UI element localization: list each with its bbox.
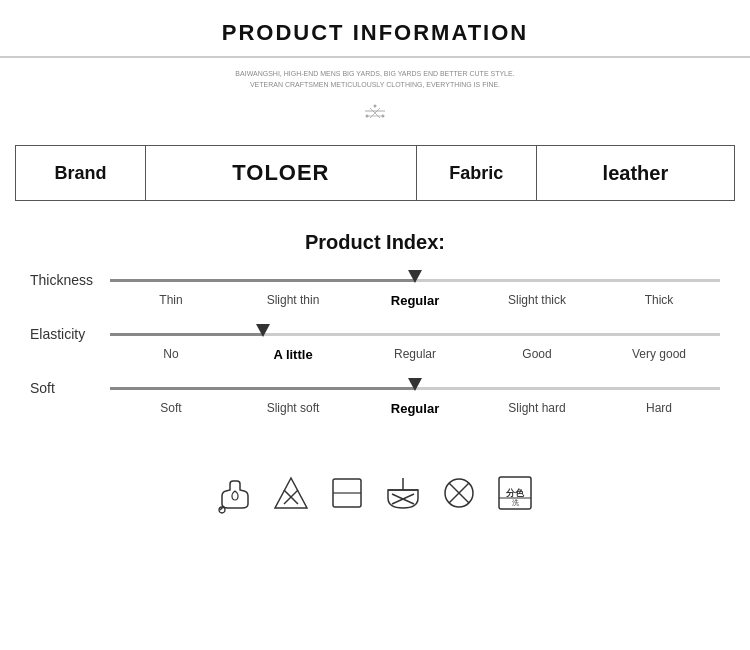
slider-option-1-1: A little	[232, 347, 354, 362]
slider-marker-1	[256, 324, 270, 337]
slider-option-2-2: Regular	[354, 401, 476, 416]
fabric-label: Fabric	[416, 146, 536, 201]
slider-option-0-1: Slight thin	[232, 293, 354, 308]
slider-option-0-2: Regular	[354, 293, 476, 308]
decorative-text: BAIWANGSHI, HIGH-END MENS BIG YARDS, BIG…	[0, 58, 750, 90]
slider-label-1: Elasticity	[30, 326, 110, 342]
color-care-icon: 分色 洗	[496, 474, 534, 512]
slider-track-2	[110, 387, 720, 390]
slider-option-0-3: Slight thick	[476, 293, 598, 308]
slider-option-1-2: Regular	[354, 347, 476, 362]
slider-option-2-0: Soft	[110, 401, 232, 416]
info-table: Brand TOLOER Fabric leather	[15, 145, 735, 201]
svg-text:分色: 分色	[505, 488, 525, 498]
product-index: Product Index: ThicknessThinSlight thinR…	[0, 221, 750, 454]
page-header: PRODUCT INFORMATION	[0, 0, 750, 58]
brand-value: TOLOER	[146, 146, 417, 201]
svg-point-1	[374, 105, 377, 108]
slider-label-2: Soft	[30, 380, 110, 396]
svg-text:洗: 洗	[512, 499, 519, 506]
slider-track-1	[110, 333, 720, 336]
sliders-container: ThicknessThinSlight thinRegularSlight th…	[30, 272, 720, 416]
page-title: PRODUCT INFORMATION	[0, 20, 750, 46]
tumble-dry-icon	[328, 474, 366, 512]
slider-row-1: ElasticityNoA littleRegularGoodVery good	[30, 326, 720, 362]
care-icons: 分色 洗	[0, 454, 750, 532]
slider-marker-2	[408, 378, 422, 391]
fabric-value: leather	[536, 146, 734, 201]
slider-option-1-0: No	[110, 347, 232, 362]
svg-marker-8	[275, 478, 307, 508]
slider-option-0-4: Thick	[598, 293, 720, 308]
slider-marker-0	[408, 270, 422, 283]
slider-option-1-4: Very good	[598, 347, 720, 362]
decorative-icon	[0, 90, 750, 145]
wash-icon	[216, 474, 254, 512]
slider-option-1-3: Good	[476, 347, 598, 362]
slider-option-2-3: Slight hard	[476, 401, 598, 416]
slider-row-2: SoftSoftSlight softRegularSlight hardHar…	[30, 380, 720, 416]
no-wash-icon	[384, 474, 422, 512]
slider-option-0-0: Thin	[110, 293, 232, 308]
slider-track-0	[110, 279, 720, 282]
slider-option-2-1: Slight soft	[232, 401, 354, 416]
no-bleach-icon	[272, 474, 310, 512]
slider-label-0: Thickness	[30, 272, 110, 288]
slider-row-0: ThicknessThinSlight thinRegularSlight th…	[30, 272, 720, 308]
no-dry-icon	[440, 474, 478, 512]
product-index-title: Product Index:	[30, 231, 720, 254]
brand-label: Brand	[16, 146, 146, 201]
slider-option-2-4: Hard	[598, 401, 720, 416]
